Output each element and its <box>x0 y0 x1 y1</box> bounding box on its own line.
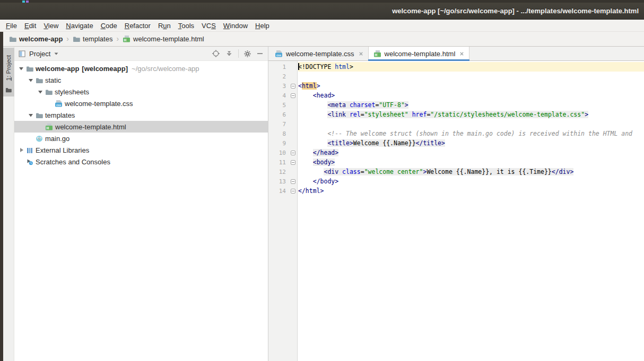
css-file-icon: css <box>275 50 283 57</box>
close-icon[interactable] <box>459 51 464 56</box>
fold-end-icon[interactable] <box>291 179 295 184</box>
tree-item-label: templates <box>45 111 75 119</box>
tree-row-welcome-app[interactable]: welcome-app[welcomeapp]~/go/src/welcome-… <box>14 63 268 74</box>
code-line[interactable]: 12 <div class="welcome center">Welcome {… <box>268 167 644 177</box>
expand-arrow-down-icon[interactable] <box>18 66 25 71</box>
folder-icon <box>36 112 43 119</box>
tree-row-welcome-template-css[interactable]: csswelcome-template.css <box>14 98 268 109</box>
fold-marker[interactable] <box>288 84 298 89</box>
tree-item-label: Scratches and Consoles <box>36 158 110 166</box>
editor-tab-welcome-template-css[interactable]: csswelcome-template.css <box>270 47 368 60</box>
code-line[interactable]: 3<html> <box>268 81 644 91</box>
tool-stripe-tab-project[interactable]: 1: Project <box>3 48 14 96</box>
breadcrumb-separator-icon: › <box>64 34 71 44</box>
injected-fragment: </head> <box>313 149 338 156</box>
menu-item-view[interactable]: View <box>40 21 62 31</box>
fold-start-icon[interactable] <box>291 84 295 89</box>
breadcrumb-item-welcome-template-html[interactable]: Hwelcome-template.html <box>121 35 206 43</box>
tree-row-welcome-template-html[interactable]: Hwelcome-template.html <box>14 121 268 133</box>
fold-marker[interactable] <box>288 151 298 155</box>
tree-row-stylesheets[interactable]: stylesheets <box>14 86 268 98</box>
expand-arrow-down-icon[interactable] <box>27 113 34 118</box>
menu-item-tools[interactable]: Tools <box>175 21 198 31</box>
breadcrumb-separator-icon: › <box>114 34 121 44</box>
tree-row-templates[interactable]: templates <box>14 109 268 121</box>
folder-icon <box>9 36 16 42</box>
injected-fragment: <title>Welcome {{.Name}}</title> <box>327 139 445 147</box>
expand-arrow-down-icon[interactable] <box>37 90 44 94</box>
tree-row-main-go[interactable]: main.go <box>14 133 268 144</box>
svg-text:H: H <box>375 53 377 57</box>
hide-panel-icon[interactable] <box>256 50 264 57</box>
folder-icon <box>26 65 33 72</box>
breadcrumb-label: templates <box>83 35 112 43</box>
menu-item-refactor[interactable]: Refactor <box>121 21 154 31</box>
css-file-icon: css <box>55 100 63 107</box>
line-number: 8 <box>268 130 288 137</box>
code-line[interactable]: 2 <box>268 72 644 81</box>
tree-row-static[interactable]: static <box>14 74 268 86</box>
code-line[interactable]: 4 <head> <box>268 91 644 100</box>
svg-text:H: H <box>46 126 49 130</box>
expand-arrow-right-icon[interactable] <box>18 147 25 153</box>
menu-item-help[interactable]: Help <box>251 21 273 31</box>
chevron-down-icon[interactable] <box>54 51 59 56</box>
code-text: <link rel="stylesheet" href="/static/sty… <box>298 110 644 119</box>
code-line[interactable]: 6 <link rel="stylesheet" href="/static/s… <box>268 110 644 119</box>
fold-marker[interactable] <box>288 189 298 193</box>
tree-row-external-libraries[interactable]: External Libraries <box>14 144 268 156</box>
project-panel-title: Project <box>29 50 50 58</box>
line-number: 4 <box>268 92 288 99</box>
collapse-all-icon[interactable] <box>225 49 233 58</box>
folder-icon <box>73 36 80 42</box>
close-icon[interactable] <box>359 51 363 56</box>
editor-body[interactable]: 1<!DOCTYPE html>23<html>4 <head>5 <meta … <box>268 61 644 361</box>
line-number: 5 <box>268 102 288 109</box>
menu-item-vcs[interactable]: VCS <box>198 21 220 31</box>
external-libraries-icon <box>26 147 33 154</box>
window-title-bar[interactable]: welcome-app [~/go/src/welcome-app] - ...… <box>0 3 644 20</box>
tree-row-scratches-and-consoles[interactable]: Scratches and Consoles <box>14 156 268 168</box>
menu-item-window[interactable]: Window <box>220 21 251 31</box>
line-number: 14 <box>268 188 288 195</box>
project-tool-window: Project welcome-app[welcomeapp]~/go/src/… <box>14 47 268 361</box>
project-panel-actions <box>212 49 264 58</box>
breadcrumb-item-welcome-app[interactable]: welcome-app <box>7 35 64 43</box>
expand-arrow-down-icon[interactable] <box>27 78 34 83</box>
folder-icon <box>36 77 43 84</box>
code-line[interactable]: 1<!DOCTYPE html> <box>268 62 644 72</box>
project-tree: welcome-app[welcomeapp]~/go/src/welcome-… <box>14 61 268 168</box>
editor-tab-welcome-template-html[interactable]: Hwelcome-template.html <box>368 47 470 60</box>
fold-marker[interactable] <box>288 179 298 184</box>
code-text: <!DOCTYPE html> <box>298 62 644 72</box>
scratches-icon <box>26 159 33 165</box>
fold-end-icon[interactable] <box>291 151 295 155</box>
fold-start-icon[interactable] <box>291 160 295 165</box>
menu-item-code[interactable]: Code <box>97 21 121 31</box>
code-line[interactable]: 14</html> <box>268 186 644 196</box>
gear-icon[interactable] <box>243 50 251 58</box>
code-line[interactable]: 9 <title>Welcome {{.Name}}</title> <box>268 138 644 148</box>
code-line[interactable]: 8 <!-- The welcome struct (shown in the … <box>268 129 644 138</box>
code-line[interactable]: 11 <body> <box>268 157 644 167</box>
editor-area: csswelcome-template.cssHwelcome-template… <box>268 47 644 361</box>
code-line[interactable]: 5 <meta charset="UTF-8"> <box>268 100 644 110</box>
fold-marker[interactable] <box>288 93 298 98</box>
code-line[interactable]: 10 </head> <box>268 148 644 157</box>
line-number: 1 <box>268 64 288 71</box>
code-text: <head> <box>298 91 644 100</box>
code-line[interactable]: 7 <box>268 119 644 129</box>
fold-start-icon[interactable] <box>291 93 295 98</box>
locate-file-icon[interactable] <box>212 49 220 58</box>
line-number: 13 <box>268 178 288 185</box>
code-line[interactable]: 13 </body> <box>268 177 644 186</box>
menu-item-edit[interactable]: Edit <box>21 21 40 31</box>
menu-item-file[interactable]: File <box>2 21 21 31</box>
menu-item-run[interactable]: Run <box>154 21 175 31</box>
menu-item-navigate[interactable]: Navigate <box>62 21 97 31</box>
fold-end-icon[interactable] <box>291 189 295 193</box>
breadcrumb-item-templates[interactable]: templates <box>71 35 114 43</box>
fold-marker[interactable] <box>288 160 298 165</box>
tree-item-path: ~/go/src/welcome-app <box>132 65 199 73</box>
editor-tab-bar: csswelcome-template.cssHwelcome-template… <box>268 47 644 61</box>
